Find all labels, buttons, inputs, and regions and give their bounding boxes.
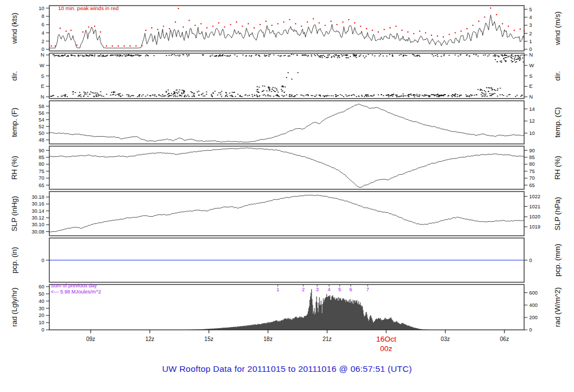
dir-ytick-left: N: [41, 52, 45, 58]
panel-slp: 30.0830.1030.1230.1430.1630.181019102010…: [10, 192, 562, 236]
temp-ytick-left: 56: [39, 110, 44, 116]
rh-ytick-left: 85: [39, 155, 44, 160]
temp-ylabel-left: temp. (F): [10, 108, 18, 137]
rh-ytick-right: 70: [529, 175, 535, 181]
slp-ytick-left: 30.16: [31, 201, 44, 207]
dir-ytick-right: N: [529, 94, 533, 100]
dir-ytick-left: E: [41, 83, 44, 89]
dir-ytick-right: E: [529, 83, 533, 89]
temp-ytick-right: 14: [529, 106, 535, 112]
rh-ytick-right: 75: [529, 169, 535, 174]
dir-ylabel-left: dir.: [10, 71, 18, 81]
temp-ytick-left: 52: [39, 124, 44, 129]
wind-ylabel-left: wind (kts): [10, 13, 18, 45]
rh-ytick-right: 90: [529, 148, 535, 153]
wind-ytick-left: 0: [41, 46, 44, 52]
rh-ytick-right: 80: [529, 161, 535, 167]
wind-ytick-right: 2: [529, 31, 532, 36]
wind-annotation: 10 min. peak winds in red: [58, 5, 119, 11]
figure-title: UW Rooftop Data for 20111015 to 20111016…: [0, 364, 574, 374]
xtick-label: 15z: [205, 336, 214, 342]
panel-rh: 657075808590657075808590RH (%)RH (%): [10, 146, 562, 189]
temp-frame: [49, 101, 524, 144]
rad-ytick-left: 0: [41, 327, 44, 333]
panel-pcp: 00pcp. (in)pcp. (mm): [10, 238, 562, 282]
rad-annotation: Sum of previous day: [51, 283, 98, 288]
dir-ytick-left: W: [40, 63, 45, 68]
dir-ytick-right: S: [529, 73, 533, 79]
temp-ylabel-right: temp. (C): [553, 107, 562, 137]
temp-ytick-left: 48: [39, 137, 44, 143]
rad-ytick-right: 200: [529, 315, 538, 320]
dir-frame: [49, 53, 524, 99]
wind-peak-dots: [50, 7, 525, 46]
xtick-label-date2: 00z: [380, 344, 392, 353]
rad-ytick-right: 400: [529, 302, 538, 308]
dir-scatter: [50, 54, 525, 97]
temp-ytick-left: 50: [39, 130, 44, 136]
rh-ylabel-left: RH (%): [10, 156, 18, 180]
rh-ytick-right: 65: [529, 183, 535, 188]
temp-ytick-right: 10: [529, 130, 535, 136]
slp-ytick-right: 1021: [529, 204, 540, 209]
rad-ylabel-right: rad (W/m^2): [553, 287, 562, 327]
wind-ytick-right: 4: [529, 15, 532, 20]
temp-ytick-right: 12: [529, 118, 535, 124]
rad-ytick-left: 40: [39, 298, 44, 304]
temp-ytick-left: 54: [39, 117, 44, 123]
pcp-ylabel-left: pcp. (in): [10, 247, 18, 273]
panel-dir: NESWNNESWNdir.dir.: [10, 52, 562, 100]
slp-ytick-left: 30.14: [31, 208, 44, 214]
rad-area: [189, 289, 429, 330]
panel-rad: 01020304050600200400600rad (Lgly/hr)rad …: [10, 283, 562, 333]
x-axis: 09z12z15z18z21z16Oct00z03z06z: [86, 330, 509, 353]
rad-milestone-label: 1: [276, 287, 279, 292]
panel-wind: 0246810012345wind (kts)wind (m/s)10 min.…: [10, 5, 562, 52]
pcp-ytick-right: 0: [529, 258, 532, 263]
slp-ytick-left: 30.12: [31, 215, 44, 221]
dir-ylabel-right: dir.: [553, 71, 562, 81]
slp-ylabel-right: SLP (hPa): [553, 197, 562, 231]
slp-ylabel-left: SLP (inHg): [10, 196, 18, 231]
rad-milestone-label: 2: [302, 287, 305, 292]
pcp-ytick-left: 0: [41, 258, 44, 263]
slp-frame: [49, 192, 524, 236]
temp-trace: [49, 104, 524, 143]
meteogram-svg: 0246810012345wind (kts)wind (m/s)10 min.…: [0, 0, 574, 392]
xtick-label: 12z: [145, 336, 154, 342]
wind-ytick-right: 3: [529, 22, 532, 28]
rad-milestone-label: 4: [328, 287, 331, 292]
rad-ytick-left: 50: [39, 291, 44, 297]
slp-ytick-right: 1022: [529, 194, 540, 199]
rh-ytick-left: 90: [39, 148, 44, 153]
dir-ytick-right: W: [529, 63, 534, 68]
pcp-ylabel-right: pcp. (mm): [553, 244, 562, 277]
xtick-label: 21z: [322, 336, 331, 342]
rh-trace: [49, 148, 524, 188]
dir-ytick-right: N: [529, 52, 533, 58]
rad-ytick-left: 10: [39, 320, 44, 325]
rh-frame: [49, 146, 524, 189]
rad-ytick-left: 20: [39, 312, 44, 318]
rad-milestone-label: 7: [366, 287, 369, 292]
wind-trace: [49, 15, 524, 48]
rh-ylabel-right: RH (%): [553, 156, 562, 180]
wind-frame: [49, 6, 524, 51]
rad-ytick-left: 30: [39, 306, 44, 311]
panel-temp: 485052545658101214temp. (F)temp. (C): [10, 101, 562, 144]
rh-ytick-left: 75: [39, 169, 44, 174]
rad-ytick-right: 0: [529, 327, 532, 333]
dir-ytick-left: N: [41, 94, 45, 100]
rad-annotation: <--- 5.98 MJoules/m^2: [51, 289, 101, 295]
wind-ylabel-right: wind (m/s): [553, 12, 562, 46]
xtick-label: 03z: [441, 336, 450, 342]
rh-ytick-left: 80: [39, 161, 44, 167]
rad-ytick-left: 60: [39, 284, 44, 290]
rh-ytick-right: 85: [529, 155, 535, 160]
wind-ytick-right: 5: [529, 7, 532, 12]
xtick-label: 06z: [500, 336, 509, 342]
slp-ytick-left: 30.10: [31, 222, 44, 227]
slp-ytick-left: 30.18: [31, 194, 44, 200]
rh-ytick-left: 65: [39, 183, 44, 188]
wind-ytick-left: 4: [41, 30, 44, 36]
